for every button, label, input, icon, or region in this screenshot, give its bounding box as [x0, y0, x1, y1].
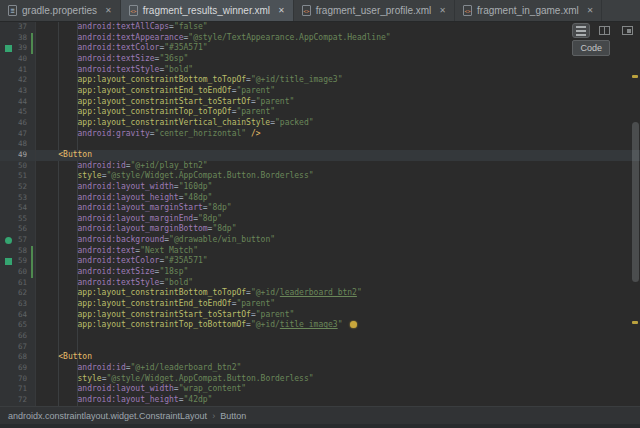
code-text: android:gravity="center_horizontal" /> — [36, 129, 640, 140]
line-number: 58 — [18, 246, 27, 257]
code-text — [36, 331, 640, 342]
drawable-preview-icon[interactable] — [5, 237, 12, 244]
gutter-cell: 72 — [0, 395, 36, 406]
code-line[interactable]: 49 <Button — [0, 150, 640, 161]
gutter-cell: 43 — [0, 86, 36, 97]
line-number: 63 — [18, 299, 27, 310]
code-line[interactable]: 40 android:textSize="36sp" — [0, 54, 640, 65]
code-text: app:layout_constraintEnd_toEndOf="parent… — [36, 86, 640, 97]
breadcrumb-item[interactable]: Button — [220, 411, 246, 421]
code-line[interactable]: 58 android:text="Next Match" — [0, 246, 640, 257]
code-line[interactable]: 62 app:layout_constraintBottom_toTopOf="… — [0, 288, 640, 299]
code-line[interactable]: 39 android:textColor="#35A571" — [0, 43, 640, 54]
code-line[interactable]: 63 app:layout_constraintEnd_toEndOf="par… — [0, 299, 640, 310]
code-text: <Button — [36, 352, 640, 363]
line-number: 37 — [18, 22, 27, 33]
code-line[interactable]: 72 android:layout_height="42dp" — [0, 395, 640, 406]
line-number: 39 — [18, 43, 27, 54]
tab-close-icon[interactable]: ✕ — [587, 6, 594, 15]
gutter-cell: 64 — [0, 310, 36, 321]
tab-close-icon[interactable]: ✕ — [439, 6, 446, 15]
code-text: app:layout_constraintEnd_toEndOf="parent… — [36, 299, 640, 310]
code-line[interactable]: 54 android:layout_marginStart="8dp" — [0, 203, 640, 214]
code-line[interactable]: 52 android:layout_width="160dp" — [0, 182, 640, 193]
code-line[interactable]: 57 android:background="@drawable/win_but… — [0, 235, 640, 246]
code-text: android:textAppearance="@style/TextAppea… — [36, 33, 640, 44]
gutter-cell: 40 — [0, 54, 36, 65]
code-view-button[interactable] — [572, 23, 590, 38]
design-view-button[interactable] — [618, 23, 636, 38]
code-line[interactable]: 71 android:layout_width="wrap_content" — [0, 384, 640, 395]
scrollbar-thumb[interactable] — [632, 122, 639, 282]
split-view-button[interactable] — [595, 23, 613, 38]
code-text: android:textStyle="bold" — [36, 278, 640, 289]
editor-tab[interactable]: gradle.properties✕ — [0, 0, 121, 21]
code-line[interactable]: 37 android:textAllCaps="false" — [0, 22, 640, 33]
code-line[interactable]: 41 android:textStyle="bold" — [0, 65, 640, 76]
gutter-cell: 45 — [0, 107, 36, 118]
code-text: app:layout_constraintStart_toStartOf="pa… — [36, 97, 640, 108]
gutter-cell: 60 — [0, 267, 36, 278]
code-text: android:id="@+id/leaderboard_btn2" — [36, 363, 640, 374]
code-line[interactable]: 42 app:layout_constraintBottom_toTopOf="… — [0, 75, 640, 86]
code-line[interactable]: 48 — [0, 139, 640, 150]
breadcrumb-item[interactable]: androidx.constraintlayout.widget.Constra… — [8, 411, 207, 421]
line-number: 42 — [18, 75, 27, 86]
code-line[interactable]: 55 android:layout_marginEnd="8dp" — [0, 214, 640, 225]
code-line[interactable]: 67 — [0, 342, 640, 353]
code-line[interactable]: 50 android:id="@+id/play_btn2" — [0, 161, 640, 172]
vcs-change-marker — [31, 246, 33, 257]
code-line[interactable]: 45 app:layout_constraintTop_toTopOf="par… — [0, 107, 640, 118]
status-bar — [0, 424, 640, 428]
editor-lines: 37 android:textAllCaps="false"38 android… — [0, 22, 640, 406]
line-number: 43 — [18, 86, 27, 97]
code-line[interactable]: 51 style="@style/Widget.AppCompat.Button… — [0, 171, 640, 182]
code-line[interactable]: 44 app:layout_constraintStart_toStartOf=… — [0, 97, 640, 108]
view-mode-toggle — [572, 23, 636, 38]
gutter-cell: 47 — [0, 129, 36, 140]
code-line[interactable]: 38 android:textAppearance="@style/TextAp… — [0, 33, 640, 44]
code-line[interactable]: 61 android:textStyle="bold" — [0, 278, 640, 289]
vcs-change-marker — [31, 43, 33, 54]
code-line[interactable]: 64 app:layout_constraintStart_toStartOf=… — [0, 310, 640, 321]
editor-tab[interactable]: fragment_in_game.xml✕ — [455, 0, 602, 21]
line-number: 48 — [18, 139, 27, 150]
editor-tab[interactable]: fragment_results_winner.xml✕ — [121, 0, 294, 21]
editor-tab[interactable]: fragment_user_profile.xml✕ — [294, 0, 455, 21]
gutter-cell: 66 — [0, 331, 36, 342]
code-line[interactable]: 60 android:textSize="18sp" — [0, 267, 640, 278]
code-line[interactable]: 46 app:layout_constraintVertical_chainSt… — [0, 118, 640, 129]
code-text: android:textColor="#35A571" — [36, 43, 640, 54]
code-line[interactable]: 56 android:layout_marginBottom="8dp" — [0, 224, 640, 235]
code-line[interactable]: 68 <Button — [0, 352, 640, 363]
gutter-cell: 56 — [0, 224, 36, 235]
code-text: android:layout_height="48dp" — [36, 193, 640, 204]
line-number: 47 — [18, 129, 27, 140]
color-preview-icon[interactable] — [5, 258, 12, 265]
line-number: 38 — [18, 33, 27, 44]
code-line[interactable]: 53 android:layout_height="48dp" — [0, 193, 640, 204]
code-line[interactable]: 47 android:gravity="center_horizontal" /… — [0, 129, 640, 140]
line-number: 72 — [18, 395, 27, 406]
editor-scrollbar[interactable] — [630, 22, 640, 406]
tab-close-icon[interactable]: ✕ — [278, 6, 285, 15]
code-text: android:textSize="18sp" — [36, 267, 640, 278]
gutter-cell: 57 — [0, 235, 36, 246]
tab-close-icon[interactable]: ✕ — [105, 6, 112, 15]
line-number: 45 — [18, 107, 27, 118]
color-preview-icon[interactable] — [5, 45, 12, 52]
line-number: 68 — [18, 352, 27, 363]
code-line[interactable]: 66 — [0, 331, 640, 342]
vcs-change-marker — [31, 256, 33, 267]
code-line[interactable]: 43 app:layout_constraintEnd_toEndOf="par… — [0, 86, 640, 97]
line-number: 69 — [18, 363, 27, 374]
code-line[interactable]: 65 app:layout_constraintTop_toBottomOf="… — [0, 320, 640, 331]
code-line[interactable]: 59 android:textColor="#35A571" — [0, 256, 640, 267]
breadcrumb-separator: › — [212, 411, 215, 421]
code-line[interactable]: 70 style="@style/Widget.AppCompat.Button… — [0, 374, 640, 385]
code-text: android:layout_width="160dp" — [36, 182, 640, 193]
gutter-cell: 44 — [0, 97, 36, 108]
warning-bulb-icon[interactable] — [350, 321, 357, 328]
code-line[interactable]: 69 android:id="@+id/leaderboard_btn2" — [0, 363, 640, 374]
gutter-cell: 71 — [0, 384, 36, 395]
